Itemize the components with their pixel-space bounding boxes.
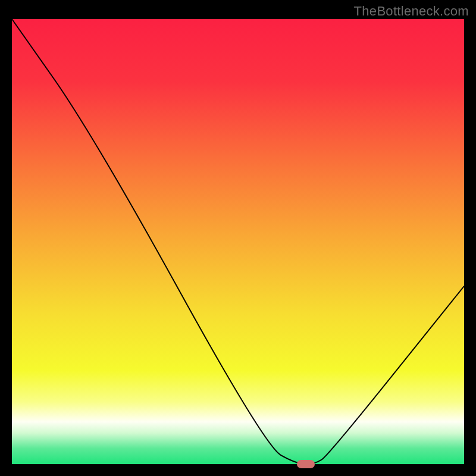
- bottleneck-plot: [0, 0, 476, 476]
- optimum-marker: [297, 460, 315, 468]
- plot-background: [12, 19, 464, 464]
- chart-container: TheBottleneck.com: [0, 0, 476, 476]
